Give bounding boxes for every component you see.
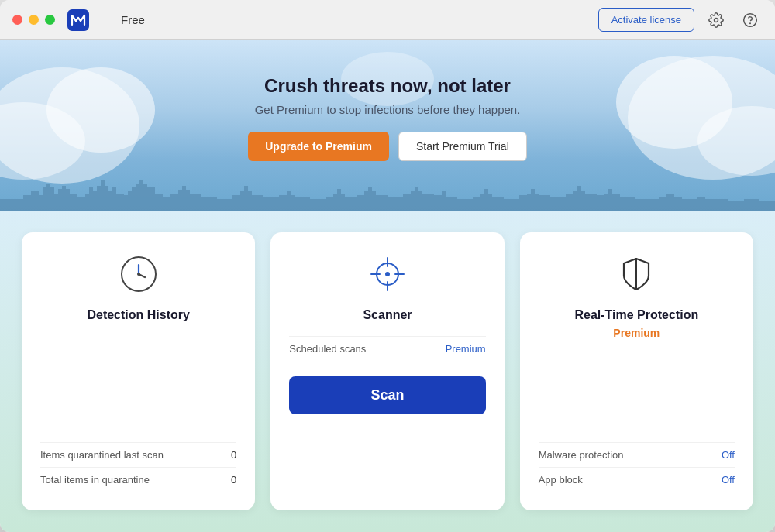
svg-point-7: [628, 56, 775, 180]
scan-button[interactable]: Scan: [289, 376, 485, 414]
stat-label-malware: Malware protection: [539, 449, 624, 461]
svg-point-5: [46, 67, 155, 153]
hero-subtitle: Get Premium to stop infections before th…: [255, 103, 521, 116]
activate-license-button[interactable]: Activate license: [598, 8, 694, 32]
titlebar: Free Activate license: [0, 0, 775, 40]
detection-history-card: Detection History Items quarantined last…: [22, 232, 255, 510]
detection-history-icon: [119, 254, 159, 297]
stat-row-total: Total items in quarantine 0: [40, 467, 236, 492]
cards-area: Detection History Items quarantined last…: [0, 211, 775, 532]
maximize-button[interactable]: [45, 15, 55, 25]
svg-rect-0: [67, 9, 89, 31]
hero-title: Crush threats now, not later: [264, 75, 511, 97]
stat-value-scheduled: Premium: [446, 343, 486, 355]
hero-banner: Crush threats now, not later Get Premium…: [0, 40, 775, 211]
stat-label-total: Total items in quarantine: [40, 474, 150, 486]
upgrade-premium-button[interactable]: Upgrade to Premium: [248, 132, 389, 161]
stat-value-malware: Off: [722, 449, 735, 461]
detection-stats: Items quarantined last scan 0 Total item…: [40, 442, 236, 492]
stat-label-quarantined: Items quarantined last scan: [40, 449, 164, 461]
help-icon: [742, 12, 758, 28]
svg-point-20: [385, 272, 390, 276]
protection-title: Real-Time Protection: [574, 308, 698, 322]
gear-icon: [708, 12, 724, 28]
svg-point-1: [715, 18, 718, 22]
stat-value-appblock: Off: [722, 474, 735, 486]
help-button[interactable]: [738, 8, 763, 33]
stat-value-total: 0: [231, 474, 236, 486]
app-logo: Free: [67, 9, 145, 31]
svg-point-2: [744, 13, 757, 26]
start-trial-button[interactable]: Start Premium Trial: [398, 132, 527, 161]
title-divider: [105, 12, 105, 29]
stat-value-quarantined: 0: [231, 449, 236, 461]
stat-label-appblock: App block: [539, 474, 583, 486]
scanner-stats: Scheduled scans Premium: [289, 336, 485, 361]
stat-row-scheduled: Scheduled scans Premium: [289, 336, 485, 361]
stat-row-malware: Malware protection Off: [539, 442, 735, 467]
stat-row-appblock: App block Off: [539, 467, 735, 492]
minimize-button[interactable]: [29, 15, 39, 25]
realtime-protection-card: Real-Time Protection Premium Malware pro…: [520, 232, 753, 510]
main-window: Free Activate license: [0, 0, 775, 532]
svg-point-8: [616, 56, 732, 149]
traffic-lights: [12, 15, 55, 25]
app-logo-icon: [67, 9, 89, 31]
scanner-card: Scanner Scheduled scans Premium Scan: [270, 232, 504, 510]
app-name: Free: [121, 13, 145, 26]
protection-stats: Malware protection Off App block Off: [539, 442, 735, 492]
protection-premium-badge: Premium: [613, 327, 660, 339]
stat-row-quarantined: Items quarantined last scan 0: [40, 442, 236, 467]
svg-point-14: [137, 273, 140, 276]
city-skyline: [0, 164, 775, 211]
detection-history-title: Detection History: [87, 308, 189, 322]
close-button[interactable]: [12, 15, 22, 25]
titlebar-right: Activate license: [598, 8, 763, 33]
stat-label-scheduled: Scheduled scans: [289, 343, 366, 355]
hero-buttons: Upgrade to Premium Start Premium Trial: [248, 132, 527, 161]
protection-icon: [616, 254, 656, 297]
settings-button[interactable]: [704, 8, 728, 33]
scanner-icon: [367, 254, 408, 297]
scanner-title: Scanner: [363, 308, 412, 322]
